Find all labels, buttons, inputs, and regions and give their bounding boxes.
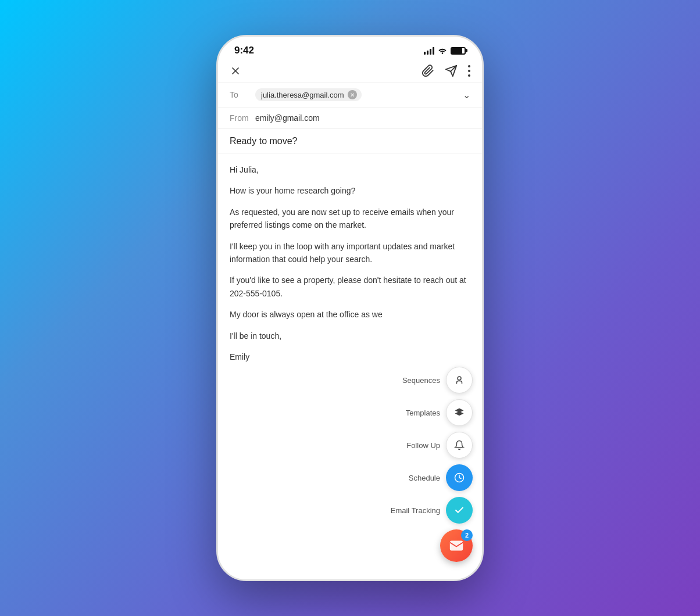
signature: Emily <box>230 350 470 363</box>
templates-fab-item: Templates <box>406 399 473 426</box>
recipient-email: julia.theresa@gmail.com <box>261 91 344 99</box>
schedule-fab-item: Schedule <box>409 464 473 491</box>
paragraph6: I'll be in touch, <box>230 330 470 342</box>
followup-fab-item: Follow Up <box>406 432 473 459</box>
phone-frame: 9:42 <box>216 35 484 581</box>
body-text: Hi Julia, How is your home research goin… <box>230 163 470 363</box>
status-icons <box>424 46 466 55</box>
tracking-label: Email Tracking <box>391 506 440 515</box>
greeting: Hi Julia, <box>230 163 470 176</box>
to-label: To <box>230 90 255 99</box>
attach-button[interactable] <box>422 65 434 77</box>
svg-point-6 <box>468 74 470 77</box>
status-bar: 9:42 <box>218 37 482 60</box>
svg-point-7 <box>458 377 461 380</box>
sequences-label: Sequences <box>402 376 440 385</box>
paragraph3: I'll keep you in the loop with any impor… <box>230 240 470 266</box>
from-email: emily@gmail.com <box>255 113 320 123</box>
status-time: 9:42 <box>234 45 254 56</box>
sequences-button[interactable] <box>446 367 473 393</box>
fab-container: Sequences Templates Follow Up <box>391 367 473 562</box>
wifi-icon <box>438 47 447 54</box>
send-button[interactable] <box>445 65 458 77</box>
tracking-button[interactable] <box>446 497 473 524</box>
tracking-fab-item: Email Tracking <box>391 497 473 524</box>
svg-point-4 <box>468 65 470 67</box>
battery-icon <box>451 47 466 55</box>
followup-button[interactable] <box>446 432 473 459</box>
paragraph1: How is your home research going? <box>230 184 470 197</box>
paragraph2: As requested, you are now set up to rece… <box>230 206 470 232</box>
paragraph5: My door is always open at the office as … <box>230 308 470 321</box>
from-label: From <box>230 113 255 123</box>
from-field: From emily@gmail.com <box>218 108 482 129</box>
sequences-fab-item: Sequences <box>402 367 473 393</box>
more-button[interactable] <box>468 65 470 77</box>
subject-row: Ready to move? <box>218 129 482 154</box>
remove-recipient-button[interactable]: ✕ <box>348 90 357 99</box>
schedule-button[interactable] <box>446 464 473 491</box>
templates-label: Templates <box>406 409 440 417</box>
templates-button[interactable] <box>446 399 473 426</box>
paragraph4: If you'd like to see a property, please … <box>230 274 470 300</box>
close-button[interactable] <box>230 65 241 77</box>
main-fab-button[interactable]: 2 <box>440 529 473 562</box>
signal-icon <box>424 46 434 55</box>
to-field: To julia.theresa@gmail.com ✕ ⌄ <box>218 83 482 108</box>
followup-label: Follow Up <box>406 441 440 450</box>
email-body: Hi Julia, How is your home research goin… <box>218 154 482 381</box>
recipient-chip: julia.theresa@gmail.com ✕ <box>255 88 362 101</box>
subject-text: Ready to move? <box>230 136 298 146</box>
svg-rect-9 <box>450 541 463 551</box>
svg-point-5 <box>468 70 470 72</box>
fab-badge: 2 <box>461 529 473 541</box>
chevron-down-icon[interactable]: ⌄ <box>463 89 470 101</box>
schedule-label: Schedule <box>409 474 440 482</box>
email-toolbar <box>218 60 482 83</box>
